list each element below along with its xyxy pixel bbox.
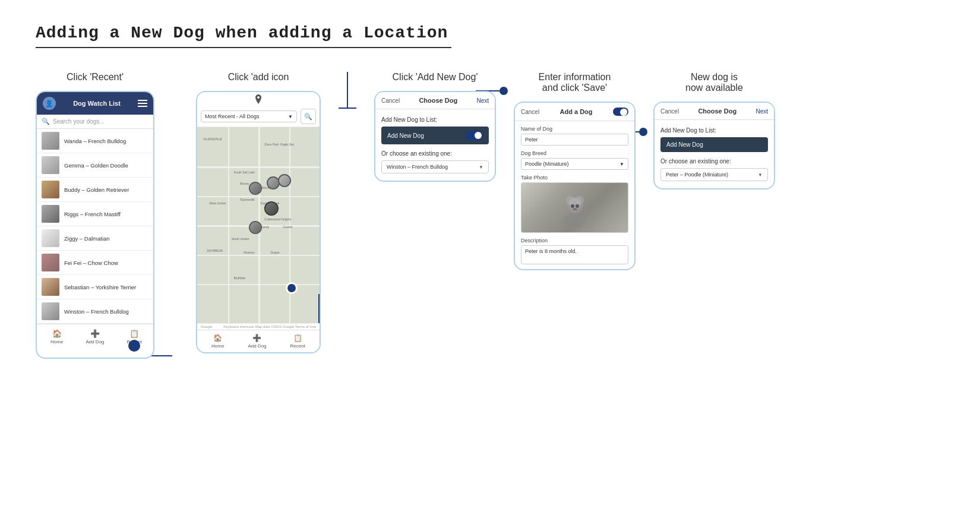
avatar-icon: 👤	[43, 97, 56, 110]
cancel-button-2[interactable]: Cancel	[521, 109, 539, 115]
add-new-dog-bar-5[interactable]: Add New Dog	[660, 137, 768, 152]
svg-point-6	[571, 204, 574, 208]
add-new-toggle[interactable]	[465, 131, 483, 140]
svg-point-8	[573, 208, 577, 210]
screen1-header-title: Dog Watch List	[73, 100, 121, 107]
home-icon: 🏠	[52, 329, 62, 338]
map-label: Bluffdale	[234, 276, 245, 280]
map-label: Sandy	[261, 225, 269, 229]
desc-label: Description	[521, 238, 628, 244]
nav-add-dog-2[interactable]: ➕ Add Dog	[248, 334, 266, 349]
map-select[interactable]: Most Recent - All Dogs ▼	[201, 110, 297, 122]
dog-name: Sebastian – Yorkshire Terrier	[64, 284, 136, 290]
map-label: DAYBREAK	[207, 249, 223, 252]
dog-pin-3	[278, 174, 291, 187]
location-indicator	[197, 92, 320, 106]
dog-thumb	[42, 302, 59, 320]
nav-home-2[interactable]: 🏠 Home	[211, 334, 224, 349]
add-dog-toggle[interactable]	[613, 108, 628, 116]
map-label: Hogle Zoo	[280, 143, 294, 146]
add-new-section-label: Add New Dog to List:	[381, 116, 489, 123]
dog-name: Ziggy – Dalmatian	[64, 235, 110, 242]
nav-add-dog[interactable]: ➕ Add Dog	[86, 329, 104, 345]
dog-pin-5	[249, 221, 262, 234]
screen2-phone: Most Recent - All Dogs ▼ 🔍	[196, 91, 321, 353]
nav-recent[interactable]: 📋 Recent	[127, 329, 142, 345]
step-5: New dog isnow available Cancel Choose Do…	[653, 72, 775, 189]
dog-photo-svg	[557, 187, 593, 229]
add-dog-header: Cancel Add a Dog	[515, 103, 634, 121]
add-dog-icon-2: ➕	[252, 334, 261, 342]
map-label: Murray	[240, 182, 249, 185]
step2-label: Click 'add icon	[228, 72, 289, 83]
list-item[interactable]: Buddy – Golden Retriever	[37, 178, 153, 202]
map-area: GLENDALE South Salt Lake West Jordan Mil…	[197, 127, 320, 323]
chevron-down-icon: ▼	[288, 114, 293, 119]
chevron-down-icon-5: ▼	[758, 172, 763, 178]
map-label: West Jordan	[210, 201, 226, 205]
choose-dog-title: Choose Dog	[419, 97, 457, 104]
add-new-dog-bar[interactable]: Add New Dog	[381, 127, 489, 144]
map-label: Taylorsville	[240, 198, 254, 201]
step-2: Click 'add icon Most Recent - All Dogs ▼…	[196, 72, 321, 353]
v-connector-line	[318, 294, 320, 324]
map-header: Most Recent - All Dogs ▼ 🔍	[197, 106, 320, 127]
menu-icon[interactable]	[138, 100, 147, 107]
screen5-header: Cancel Choose Dog Next	[655, 103, 774, 120]
home-icon-2: 🏠	[213, 334, 222, 342]
map-pin-icon	[254, 94, 263, 105]
map-bottom-nav: 🏠 Home ➕ Add Dog 📋 Recent	[197, 330, 320, 352]
map-search-button[interactable]: 🔍	[301, 109, 316, 124]
existing-dog-value: Winston – French Bulldog	[387, 164, 448, 170]
dog-name: Wanda – French Bulldog	[64, 138, 126, 144]
existing-dog-select-5[interactable]: Peter – Poodle (Miniature) ▼	[660, 168, 768, 181]
add-dog-title: Add a Dog	[560, 108, 593, 115]
dog-thumb	[42, 229, 59, 247]
svg-point-0	[257, 96, 260, 99]
nav-home[interactable]: 🏠 Home	[50, 329, 63, 345]
map-label: Cottonwood Heights	[264, 217, 291, 221]
cancel-button[interactable]: Cancel	[381, 97, 400, 104]
add-dog-form: Name of Dog Peter Dog Breed Poodle (Mini…	[515, 121, 634, 269]
step5-label: New dog isnow available	[685, 72, 743, 93]
photo-box[interactable]	[521, 182, 628, 233]
search-icon-small: 🔍	[42, 118, 50, 125]
list-item[interactable]: Wanda – French Bulldog	[37, 129, 153, 153]
add-dog-icon: ➕	[90, 329, 100, 338]
dog-thumb	[42, 181, 59, 198]
add-new-dog-label: Add New Dog	[387, 132, 424, 139]
step-1: Click 'Recent' 👤 Dog Watch List 🔍 Search…	[36, 72, 154, 356]
dog-thumb	[42, 254, 59, 271]
next-button-5[interactable]: Next	[755, 108, 768, 115]
existing-dog-select[interactable]: Winston – French Bulldog ▼	[381, 160, 489, 173]
breed-select[interactable]: Poodle (Miniature) ▼	[521, 158, 628, 170]
dog-name: Gemma – Golden Doodle	[64, 162, 128, 169]
page-container: Adding a New Dog when adding a Location …	[0, 0, 980, 380]
nav-recent-2[interactable]: 📋 Recent	[290, 334, 305, 349]
dog-name: Winston – French Bulldog	[64, 308, 129, 315]
screen5-body: Add New Dog to List: Add New Dog Or choo…	[655, 120, 774, 188]
dog-thumb	[42, 205, 59, 223]
screen5-title: Choose Dog	[698, 108, 736, 115]
next-button[interactable]: Next	[476, 97, 489, 104]
breed-label: Dog Breed	[521, 150, 628, 156]
list-item[interactable]: Winston – French Bulldog	[37, 299, 153, 324]
recent-icon-2: 📋	[293, 334, 302, 342]
list-item[interactable]: Gemma – Golden Doodle	[37, 153, 153, 178]
step4-label: Enter informationand click 'Save'	[539, 72, 611, 93]
list-item[interactable]: Fei Fei – Chow Chow	[37, 251, 153, 275]
map-label: GLENDALE	[203, 137, 222, 141]
cancel-button-5[interactable]: Cancel	[660, 108, 679, 115]
step-4: Enter informationand click 'Save' Cancel…	[514, 72, 636, 136]
svg-point-1	[564, 213, 586, 227]
list-item[interactable]: Ziggy – Dalmatian	[37, 226, 153, 251]
list-item[interactable]: Riggs – French Mastiff	[37, 202, 153, 226]
search-placeholder: Search your dogs...	[53, 118, 105, 125]
dog-pin-1	[249, 182, 262, 195]
description-input[interactable]: Peter is 8 months old.	[521, 245, 628, 264]
list-item[interactable]: Sebastian – Yorkshire Terrier	[37, 275, 153, 299]
recent-icon: 📋	[129, 329, 139, 338]
dog-name: Riggs – French Mastiff	[64, 211, 121, 217]
google-bar: Google Keyboard shortcuts Map data ©2022…	[197, 323, 320, 330]
dog-name-input[interactable]: Peter	[521, 134, 628, 146]
